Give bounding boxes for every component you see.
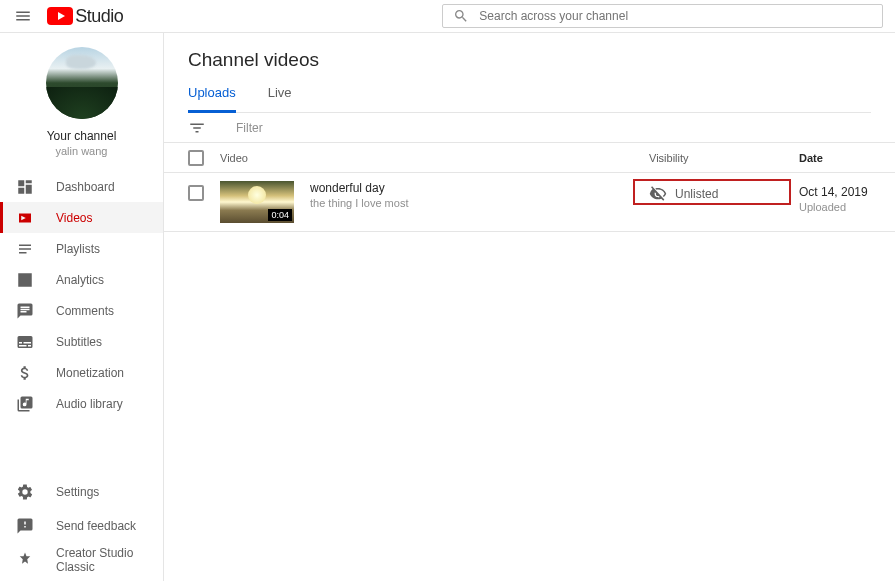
search-icon [453,8,469,24]
date-cell: Oct 14, 2019 Uploaded [799,181,871,213]
search-input[interactable] [479,9,872,23]
visibility-label: Unlisted [675,187,718,201]
logo-text: Studio [75,6,123,27]
select-all-checkbox[interactable] [188,150,204,166]
nav-playlists[interactable]: Playlists [0,233,163,264]
table-head: Video Visibility Date [164,143,895,173]
video-subtitle: the thing I love most [310,197,408,209]
nav-settings[interactable]: Settings [0,475,163,509]
playlists-icon [16,240,34,258]
youtube-play-icon [47,7,73,25]
video-title[interactable]: wonderful day [310,181,408,195]
search-box[interactable] [442,4,883,28]
sidebar-bottom: Settings Send feedback Creator Studio Cl… [0,475,163,577]
row-checkbox[interactable] [188,185,204,201]
filter-icon[interactable] [188,119,206,137]
nav-playlists-label: Playlists [56,242,100,256]
feedback-icon [16,517,34,535]
menu-button[interactable] [12,4,33,28]
main: Channel videos Uploads Live Filter Video… [164,33,895,581]
nav-analytics[interactable]: Analytics [0,264,163,295]
logo[interactable]: Studio [47,6,123,27]
menu-icon [14,7,32,25]
channel-name: yalin wang [56,145,108,157]
nav-dashboard[interactable]: Dashboard [0,171,163,202]
creator-classic-icon [16,551,34,569]
nav-comments-label: Comments [56,304,114,318]
nav-videos[interactable]: Videos [0,202,163,233]
nav-dashboard-label: Dashboard [56,180,115,194]
analytics-icon [16,271,34,289]
page-title: Channel videos [188,49,871,71]
nav-send-feedback-label: Send feedback [56,519,136,533]
nav-comments[interactable]: Comments [0,295,163,326]
nav-creator-classic[interactable]: Creator Studio Classic [0,543,163,577]
filter-row: Filter [164,113,895,143]
filter-label[interactable]: Filter [236,121,263,135]
nav-analytics-label: Analytics [56,273,104,287]
tab-uploads[interactable]: Uploads [188,85,236,113]
audio-library-icon [16,395,34,413]
dashboard-icon [16,178,34,196]
nav-subtitles[interactable]: Subtitles [0,326,163,357]
settings-icon [16,483,34,501]
sidebar: Your channel yalin wang Dashboard Videos… [0,33,164,581]
subtitles-icon [16,333,34,351]
monetization-icon [16,364,34,382]
tab-live[interactable]: Live [268,85,292,112]
tabs: Uploads Live [188,85,871,113]
nav-videos-label: Videos [56,211,92,225]
nav-settings-label: Settings [56,485,99,499]
col-date-header[interactable]: Date [799,152,871,164]
nav-audio-library[interactable]: Audio library [0,388,163,419]
nav-monetization[interactable]: Monetization [0,357,163,388]
video-date: Oct 14, 2019 [799,185,871,199]
nav-monetization-label: Monetization [56,366,124,380]
nav-audio-library-label: Audio library [56,397,123,411]
visibility-cell[interactable]: Unlisted [649,181,799,203]
nav-subtitles-label: Subtitles [56,335,102,349]
unlisted-icon [649,185,667,203]
col-video-header: Video [220,152,649,164]
your-channel-label: Your channel [47,129,117,143]
nav-send-feedback[interactable]: Send feedback [0,509,163,543]
video-thumbnail[interactable]: 0:04 [220,181,294,223]
videos-icon [16,209,34,227]
video-date-sub: Uploaded [799,201,871,213]
comments-icon [16,302,34,320]
video-duration: 0:04 [268,209,292,221]
video-row[interactable]: 0:04 wonderful day the thing I love most… [164,173,895,232]
nav-list: Dashboard Videos Playlists Analytics Com… [0,171,163,419]
nav-creator-classic-label: Creator Studio Classic [56,546,147,574]
col-visibility-header: Visibility [649,152,799,164]
channel-avatar[interactable] [46,47,118,119]
channel-box: Your channel yalin wang [0,47,163,171]
